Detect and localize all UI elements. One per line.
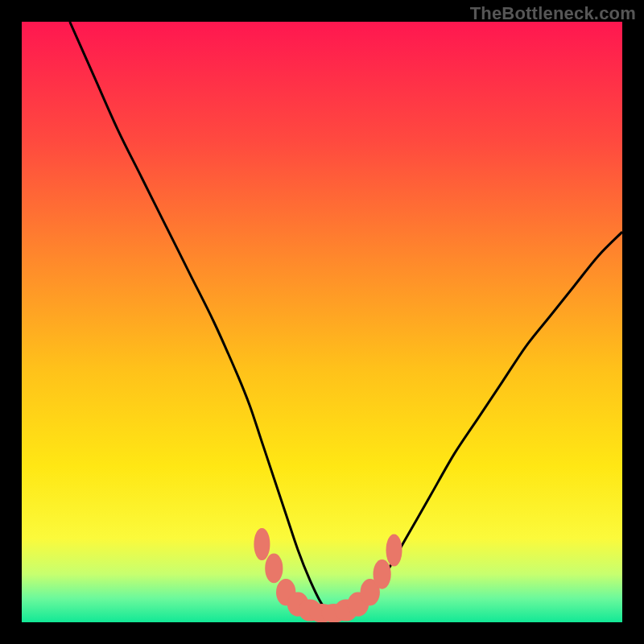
chart-svg [22, 22, 622, 622]
watermark-text: TheBottleneck.com [470, 3, 636, 24]
marker-bead [374, 559, 391, 589]
bottleneck-curve [70, 22, 622, 617]
marker-band [254, 528, 402, 622]
marker-bead [254, 528, 270, 560]
chart-frame: TheBottleneck.com [0, 0, 644, 644]
marker-bead [265, 554, 283, 584]
marker-bead [386, 535, 402, 567]
plot-area [22, 22, 622, 622]
